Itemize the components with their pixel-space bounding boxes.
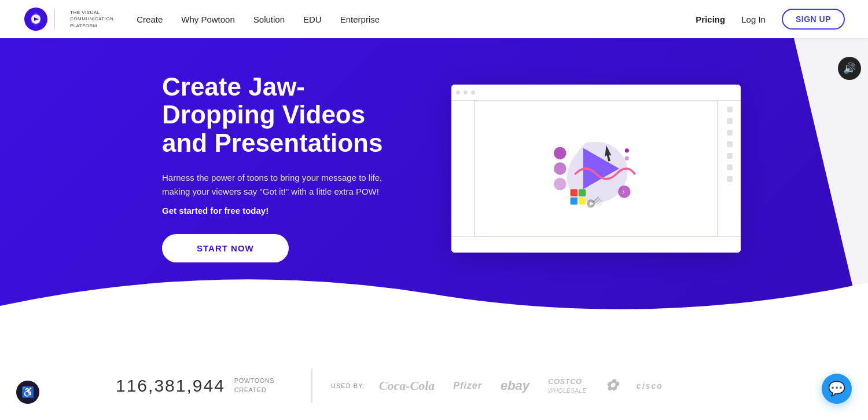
- accessibility-icon: ♿: [21, 386, 34, 399]
- svg-point-2: [554, 147, 566, 159]
- hero-subtitle: Harness the power of toons to bring your…: [162, 171, 405, 199]
- brand-starbucks: ✿: [605, 377, 618, 395]
- nav-item-edu[interactable]: EDU: [303, 14, 322, 24]
- powtoon-character: ♪: [544, 122, 648, 215]
- preview-card: ♪: [451, 85, 741, 253]
- svg-point-4: [554, 178, 566, 190]
- hero-content: Create Jaw-Dropping Videos and Presentat…: [162, 73, 405, 262]
- svg-point-9: [625, 148, 629, 152]
- preview-inner: ♪: [451, 85, 741, 253]
- sound-button[interactable]: 🔊: [838, 57, 861, 80]
- nav-item-solution[interactable]: Solution: [253, 14, 285, 24]
- hero-curve: [0, 260, 868, 351]
- chat-button[interactable]: 💬: [822, 374, 852, 404]
- svg-rect-6: [579, 189, 586, 196]
- brand-costco: COSTCOWHOLESALE: [548, 377, 587, 395]
- bottom-section: 116,381,944 POWTOONS CREATED USED BY: Co…: [0, 351, 868, 420]
- nav-item-why-powtoon[interactable]: Why Powtoon: [181, 14, 235, 24]
- hero-subtitle-bold: Get started for free today!: [162, 206, 405, 216]
- hero-cta-button[interactable]: START NOW: [162, 234, 289, 262]
- svg-rect-7: [571, 198, 578, 204]
- right-panel-dot-2: [727, 118, 733, 124]
- preview-canvas: ♪: [475, 101, 718, 236]
- stats-divider: [311, 368, 312, 403]
- brand-pfizer: Pfizer: [453, 381, 482, 391]
- nav-signup-button[interactable]: SIGN UP: [782, 9, 845, 30]
- preview-bottom-bar: [451, 236, 741, 253]
- sound-icon: 🔊: [843, 62, 856, 75]
- logo-tagline: THE VISUAL COMMUNICATION PLATFORM: [70, 9, 113, 29]
- nav-login[interactable]: Log In: [741, 14, 766, 24]
- right-panel-dot-7: [727, 176, 733, 182]
- brand-logos: Coca-Cola Pfizer ebay COSTCOWHOLESALE ✿ …: [379, 377, 752, 395]
- hero-title: Create Jaw-Dropping Videos and Presentat…: [162, 73, 405, 157]
- nav-links: Create Why Powtoon Solution EDU Enterpri…: [137, 14, 696, 24]
- svg-text:♪: ♪: [621, 188, 624, 195]
- brand-coca-cola: Coca-Cola: [379, 378, 435, 393]
- hero-section: Create Jaw-Dropping Videos and Presentat…: [0, 38, 868, 351]
- svg-point-10: [625, 156, 629, 160]
- accessibility-button[interactable]: ♿: [16, 381, 39, 404]
- svg-point-3: [554, 162, 566, 174]
- preview-right-panel: [718, 101, 741, 253]
- right-panel-dot-5: [727, 153, 733, 159]
- stats-number: 116,381,944: [116, 376, 225, 396]
- toolbar-dot-3: [471, 90, 475, 94]
- right-panel-dot-1: [727, 107, 733, 112]
- chat-icon: 💬: [828, 381, 845, 397]
- preview-toolbar: [451, 85, 741, 101]
- right-panel-dot-4: [727, 141, 733, 147]
- used-by-label: USED BY:: [331, 382, 365, 389]
- svg-rect-8: [579, 198, 586, 204]
- nav-pricing[interactable]: Pricing: [696, 14, 725, 24]
- right-panel-dot-3: [727, 130, 733, 136]
- logo[interactable]: THE VISUAL COMMUNICATION PLATFORM: [23, 6, 113, 32]
- right-panel-dot-6: [727, 165, 733, 170]
- brand-ebay: ebay: [501, 378, 529, 393]
- stats-block: 116,381,944 POWTOONS CREATED: [116, 376, 274, 396]
- logo-divider: [54, 9, 55, 30]
- nav-item-create[interactable]: Create: [137, 14, 163, 24]
- stats-label: POWTOONS CREATED: [234, 377, 274, 395]
- toolbar-dot-1: [456, 90, 460, 94]
- preview-left-panel: [451, 101, 475, 253]
- toolbar-dot-2: [464, 90, 468, 94]
- navbar: THE VISUAL COMMUNICATION PLATFORM Create…: [0, 0, 868, 38]
- nav-item-enterprise[interactable]: Enterprise: [340, 14, 380, 24]
- nav-right: Pricing Log In SIGN UP: [696, 9, 845, 30]
- brand-cisco: cisco: [637, 381, 663, 390]
- powtoon-logo-icon: [23, 6, 49, 32]
- svg-rect-5: [571, 189, 578, 196]
